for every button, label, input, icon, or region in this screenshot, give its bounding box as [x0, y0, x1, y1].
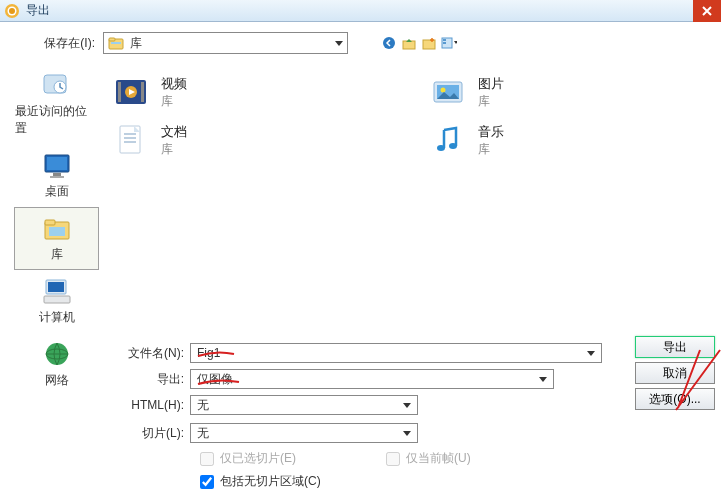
save-in-toolbar: 保存在(I): 库	[0, 22, 721, 64]
chevron-down-icon	[539, 377, 547, 382]
titlebar: 导出	[0, 0, 721, 22]
chevron-down-icon	[587, 351, 595, 356]
library-item-documents[interactable]: 文档库	[113, 122, 390, 158]
pictures-icon	[430, 74, 466, 110]
svg-rect-10	[443, 39, 446, 41]
svg-rect-4	[109, 38, 115, 41]
place-desktop[interactable]: 桌面	[14, 144, 99, 207]
checkbox-input[interactable]	[200, 475, 214, 489]
lib-name: 视频	[161, 75, 187, 93]
svg-rect-15	[47, 157, 67, 170]
back-icon[interactable]	[381, 35, 397, 51]
svg-rect-28	[141, 82, 144, 102]
checkbox-label: 仅已选切片(E)	[220, 450, 296, 467]
lib-sub: 库	[478, 93, 504, 110]
chevron-down-icon	[403, 403, 411, 408]
lib-name: 文档	[161, 123, 187, 141]
svg-rect-20	[49, 227, 65, 236]
checkbox-label: 包括无切片区域(C)	[220, 473, 321, 490]
svg-rect-27	[118, 82, 121, 102]
html-label: HTML(H):	[100, 398, 190, 412]
close-button[interactable]	[693, 0, 721, 22]
checkbox-input[interactable]	[386, 452, 400, 466]
save-in-combo[interactable]: 库	[103, 32, 348, 54]
app-icon	[4, 3, 20, 19]
up-icon[interactable]	[401, 35, 417, 51]
filename-label: 文件名(N):	[100, 345, 190, 362]
slice-value: 无	[197, 425, 403, 442]
music-icon	[430, 122, 466, 158]
filename-combo[interactable]: Fig1	[190, 343, 602, 363]
save-in-value: 库	[130, 35, 329, 52]
recent-icon	[40, 71, 74, 101]
lib-sub: 库	[161, 93, 187, 110]
checkbox-include-areas[interactable]: 包括无切片区域(C)	[200, 473, 715, 490]
place-label: 最近访问的位置	[15, 103, 98, 137]
svg-rect-23	[44, 296, 70, 303]
form-area: 导出 取消 选项(O)... 文件名(N): Fig1 导出: 仅图像 HTML…	[0, 336, 721, 496]
view-menu-icon[interactable]	[441, 35, 457, 51]
video-icon	[113, 74, 149, 110]
svg-point-6	[383, 37, 395, 49]
desktop-icon	[40, 151, 74, 181]
save-in-label: 保存在(I):	[30, 35, 95, 52]
svg-rect-16	[53, 173, 61, 176]
svg-rect-5	[111, 42, 121, 44]
window-title: 导出	[26, 2, 50, 19]
library-item-pictures[interactable]: 图片库	[430, 74, 707, 110]
svg-point-35	[449, 143, 457, 149]
svg-rect-17	[50, 176, 64, 178]
slice-label: 切片(L):	[100, 425, 190, 442]
place-label: 库	[51, 246, 63, 263]
svg-rect-19	[45, 220, 55, 225]
cancel-button[interactable]: 取消	[635, 362, 715, 384]
place-label: 计算机	[39, 309, 75, 326]
filename-value: Fig1	[197, 346, 587, 360]
html-combo[interactable]: 无	[190, 395, 418, 415]
library-item-music[interactable]: 音乐库	[430, 122, 707, 158]
lib-name: 图片	[478, 75, 504, 93]
checkbox-current-frame[interactable]: 仅当前帧(U)	[386, 450, 471, 467]
chevron-down-icon	[335, 41, 343, 46]
svg-rect-22	[48, 282, 64, 292]
checkbox-input[interactable]	[200, 452, 214, 466]
new-folder-icon[interactable]	[421, 35, 437, 51]
svg-point-32	[441, 88, 446, 93]
libraries-icon	[40, 214, 74, 244]
export-button[interactable]: 导出	[635, 336, 715, 358]
export-type-combo[interactable]: 仅图像	[190, 369, 554, 389]
place-computer[interactable]: 计算机	[14, 270, 99, 333]
nav-icons	[381, 35, 457, 51]
svg-rect-11	[443, 42, 446, 44]
lib-sub: 库	[161, 141, 187, 158]
svg-rect-8	[423, 40, 435, 49]
lib-sub: 库	[478, 141, 504, 158]
svg-point-2	[9, 8, 15, 14]
folder-icon	[108, 35, 124, 51]
export-type-label: 导出:	[100, 371, 190, 388]
checkbox-selected-slices[interactable]: 仅已选切片(E)	[200, 450, 296, 467]
checkbox-label: 仅当前帧(U)	[406, 450, 471, 467]
library-item-videos[interactable]: 视频库	[113, 74, 390, 110]
html-value: 无	[197, 397, 403, 414]
computer-icon	[40, 277, 74, 307]
export-type-value: 仅图像	[197, 371, 539, 388]
options-button[interactable]: 选项(O)...	[635, 388, 715, 410]
place-label: 桌面	[45, 183, 69, 200]
lib-name: 音乐	[478, 123, 504, 141]
chevron-down-icon	[403, 431, 411, 436]
documents-icon	[113, 122, 149, 158]
svg-point-34	[437, 145, 445, 151]
svg-rect-7	[403, 41, 415, 49]
place-libraries[interactable]: 库	[14, 207, 99, 270]
slice-combo[interactable]: 无	[190, 423, 418, 443]
place-recent[interactable]: 最近访问的位置	[14, 64, 99, 144]
